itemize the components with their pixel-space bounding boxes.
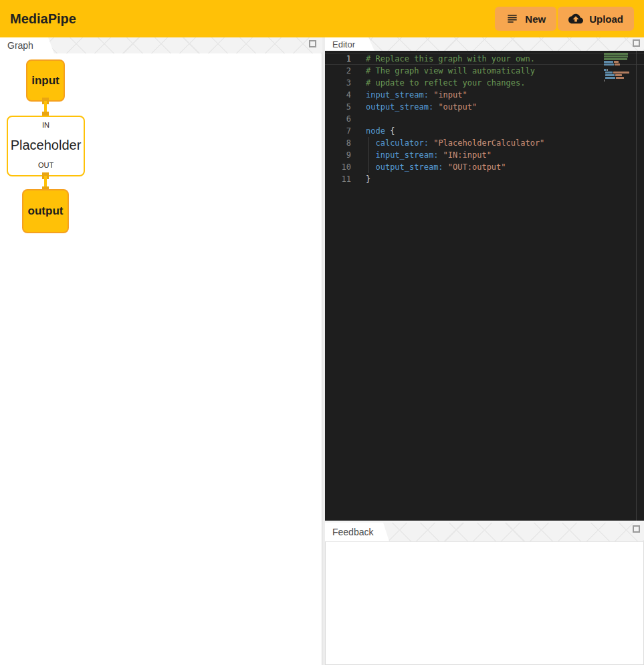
- editor-tabstrip: Editor: [325, 37, 644, 51]
- header-actions: New Upload: [495, 7, 634, 31]
- graph-node-input-label: input: [31, 74, 60, 88]
- feedback-panel: Feedback: [325, 523, 644, 665]
- code-text: }: [351, 173, 370, 185]
- cloud-upload-icon: [568, 11, 583, 26]
- graph-canvas[interactable]: input IN Placeholder OUT output: [0, 53, 322, 665]
- feedback-tabstrip: Feedback: [325, 523, 644, 541]
- tab-editor-label: Editor: [332, 39, 355, 49]
- maximize-icon[interactable]: [309, 40, 316, 47]
- line-number: 11: [325, 173, 351, 185]
- out-port-label: OUT: [38, 161, 53, 169]
- code-editor[interactable]: 1# Replace this graph with your own.2# T…: [325, 51, 644, 521]
- new-button-label: New: [525, 13, 546, 25]
- editor-line[interactable]: 10 output_stream: "OUT:output": [325, 161, 644, 173]
- editor-line[interactable]: 7node {: [325, 125, 644, 137]
- upload-button-label: Upload: [589, 13, 623, 25]
- line-number: 4: [325, 89, 351, 101]
- editor-line[interactable]: 2# The graph view will automatically: [325, 65, 644, 77]
- editor-line[interactable]: 3# update to reflect your changes.: [325, 77, 644, 89]
- editor-line[interactable]: 4input_stream: "input": [325, 89, 644, 101]
- line-number: 1: [325, 53, 351, 65]
- line-number: 8: [325, 137, 351, 149]
- editor-line[interactable]: 1# Replace this graph with your own.: [325, 53, 644, 65]
- minimap[interactable]: [604, 53, 629, 82]
- maximize-icon[interactable]: [633, 39, 640, 47]
- app-title: MediaPipe: [10, 11, 76, 27]
- editor-line[interactable]: 6: [325, 113, 644, 125]
- code-text: input_stream: "IN:input": [351, 149, 492, 161]
- graph-node-placeholder[interactable]: IN Placeholder OUT: [7, 116, 85, 176]
- editor-scrollbar[interactable]: [636, 51, 637, 521]
- graph-node-placeholder-label: Placeholder: [11, 138, 82, 153]
- tab-graph[interactable]: Graph: [0, 37, 54, 53]
- graph-node-output[interactable]: output: [22, 189, 69, 233]
- code-text: input_stream: "input": [351, 89, 467, 101]
- code-text: output_stream: "output": [351, 101, 477, 113]
- line-number: 9: [325, 149, 351, 161]
- line-number: 2: [325, 65, 351, 77]
- code-text: output_stream: "OUT:output": [351, 161, 506, 173]
- code-text: [351, 113, 366, 125]
- graph-node-input[interactable]: input: [26, 59, 65, 102]
- subject-icon: [506, 12, 519, 25]
- editor-panel: Editor 1# Replace this graph with your o…: [325, 37, 644, 521]
- code-text: # update to reflect your changes.: [351, 77, 525, 89]
- maximize-icon[interactable]: [633, 525, 640, 533]
- tab-feedback[interactable]: Feedback: [325, 523, 389, 541]
- tab-editor[interactable]: Editor: [325, 37, 374, 51]
- code-text: # Replace this graph with your own.: [351, 53, 535, 65]
- graph-panel: Graph input IN Placeholder OUT output: [0, 37, 322, 665]
- line-number: 10: [325, 161, 351, 173]
- feedback-content[interactable]: [325, 541, 644, 665]
- editor-line[interactable]: 5output_stream: "output": [325, 101, 644, 113]
- code-text: # The graph view will automatically: [351, 65, 535, 77]
- graph-node-output-label: output: [28, 205, 64, 218]
- code-text: calculator: "PlaceholderCalculator": [351, 137, 544, 149]
- tab-graph-label: Graph: [7, 40, 33, 51]
- minimap-line: [604, 80, 629, 82]
- editor-line[interactable]: 11}: [325, 173, 644, 185]
- line-number: 7: [325, 125, 351, 137]
- editor-lines: 1# Replace this graph with your own.2# T…: [325, 51, 644, 185]
- editor-line[interactable]: 9 input_stream: "IN:input": [325, 149, 644, 161]
- tab-feedback-label: Feedback: [332, 527, 373, 537]
- editor-line[interactable]: 8 calculator: "PlaceholderCalculator": [325, 137, 644, 149]
- upload-button[interactable]: Upload: [558, 7, 634, 31]
- graph-tabstrip: Graph: [0, 37, 322, 53]
- line-number: 6: [325, 113, 351, 125]
- app-header: MediaPipe New Upload: [0, 0, 644, 37]
- app: MediaPipe New Upload Graph: [0, 0, 644, 665]
- in-port-label: IN: [42, 121, 49, 129]
- indent-guide: [368, 137, 369, 173]
- line-number: 5: [325, 101, 351, 113]
- new-button[interactable]: New: [495, 7, 556, 31]
- line-number: 3: [325, 77, 351, 89]
- code-text: node {: [351, 125, 395, 137]
